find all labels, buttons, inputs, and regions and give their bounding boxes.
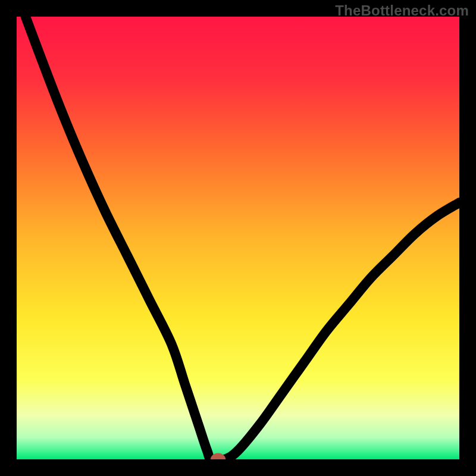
chart-frame: TheBottleneck.com xyxy=(0,0,476,476)
optimal-point-marker xyxy=(213,455,224,459)
plot-area xyxy=(17,17,459,459)
gradient-background xyxy=(17,17,459,459)
chart-svg xyxy=(17,17,459,459)
